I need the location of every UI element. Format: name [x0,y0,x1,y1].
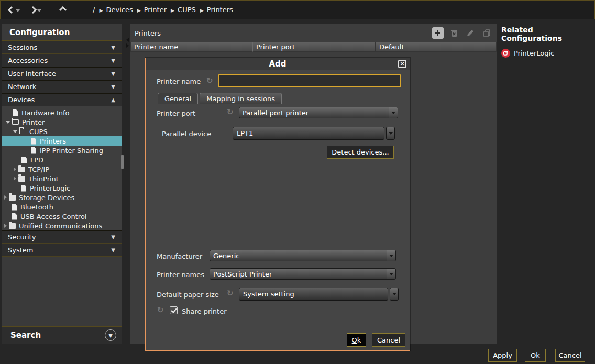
dropdown-arrow-icon [389,132,393,135]
manufacturer-label: Manufacturer [157,252,202,260]
search-section[interactable]: Search ▼ [2,326,122,344]
up-button[interactable] [58,4,68,16]
printer-names-label: Printer names [157,271,204,279]
chevron-down-icon: ▼ [111,247,115,253]
reset-icon[interactable]: ↺ [157,306,164,314]
paper-size-dropdown-button[interactable] [390,288,399,301]
external-link-icon [501,49,510,58]
apply-button[interactable]: Apply [488,349,517,362]
breadcrumb-arrow-icon: ▶ [99,8,103,13]
expander-open-icon[interactable] [13,130,17,133]
tree-item-cups[interactable]: CUPS [2,127,122,136]
dropdown-arrow-icon[interactable] [389,107,398,118]
forward-button[interactable] [28,4,45,16]
back-icon [8,6,15,13]
tree-item-tcpip[interactable]: TCP/IP [2,164,122,174]
expander-closed-icon[interactable] [4,224,7,228]
breadcrumb-item-printers[interactable]: Printers [207,6,233,14]
search-label: Search [10,330,41,340]
detect-devices-button[interactable]: Detect devices... [327,146,394,159]
tree-item-printerlogic[interactable]: PrinterLogic [2,183,122,193]
tree-item-printer[interactable]: Printer [2,117,122,127]
file-icon [21,185,26,192]
paper-size-input[interactable]: System setting [239,288,388,301]
tree-item-usb-access-control[interactable]: USB Access Control [2,212,122,221]
dialog-tabs: General Mapping in sessions [158,93,282,104]
tree-item-lpd[interactable]: LPD [2,155,122,164]
column-header-printer-port[interactable]: Printer port [252,42,376,52]
tab-mapping-in-sessions[interactable]: Mapping in sessions [200,93,282,104]
tree-item-unified-communications[interactable]: Unified Communications [2,221,122,230]
tree-item-printers-selected[interactable]: Printers [2,136,122,146]
sidebar-splitter[interactable] [126,24,129,344]
cancel-button[interactable]: Cancel [555,349,585,362]
ok-button[interactable]: Ok [525,349,546,362]
parallel-device-input[interactable]: LPT1 [233,127,384,140]
expander-closed-icon[interactable] [14,167,16,171]
dialog-title: Add [269,59,286,69]
sidebar-section-network[interactable]: Network ▼ [2,80,122,93]
collapse-right-icon[interactable] [126,43,129,48]
manufacturer-select[interactable]: Generic [210,250,396,261]
add-button[interactable] [432,27,444,39]
printer-port-select[interactable]: Parallel port printer [239,107,398,118]
breadcrumb-item-devices[interactable]: Devices [106,6,133,14]
collapse-left-icon[interactable] [126,38,129,42]
copy-button[interactable] [481,27,492,39]
printer-name-input[interactable] [218,74,401,87]
related-configurations-title: Related Configurations [501,26,595,42]
reset-icon[interactable]: ↺ [227,290,234,297]
reset-icon[interactable]: ↺ [227,108,234,116]
sidebar-section-accessories[interactable]: Accessories ▼ [2,54,122,67]
close-icon[interactable]: × [398,60,406,68]
related-item-printerlogic[interactable]: PrinterLogic [501,49,595,58]
file-icon [13,109,18,116]
parallel-device-dropdown-button[interactable] [386,127,395,140]
breadcrumb-item-printer[interactable]: Printer [144,6,167,14]
sidebar-title: Configuration [2,24,122,41]
expander-open-icon[interactable] [6,121,10,124]
edit-icon [466,29,475,37]
reset-icon[interactable]: ↺ [206,77,213,85]
dialog-ok-button[interactable]: Ok [347,333,366,347]
table-toolbar [432,27,492,39]
sidebar-section-devices[interactable]: Devices ▲ [2,93,122,106]
expander-closed-icon[interactable] [4,195,7,200]
application-window: / ▶ Devices ▶ Printer ▶ CUPS ▶ Printers … [0,0,595,364]
dialog-titlebar[interactable]: Add × [146,58,410,70]
tab-general[interactable]: General [158,93,198,104]
expander-closed-icon[interactable] [14,177,16,181]
tree-item-storage-devices[interactable]: Storage Devices [2,193,122,202]
panel-title: Printers [135,29,161,37]
sidebar-empty-area [2,257,122,326]
breadcrumb-root[interactable]: / [93,6,95,14]
chevron-up-icon: ▲ [111,97,115,103]
edit-button[interactable] [465,27,476,39]
breadcrumb-item-cups[interactable]: CUPS [178,6,196,14]
sidebar-section-system[interactable]: System ▼ [2,244,122,257]
forward-icon [29,6,37,13]
back-button[interactable] [7,4,23,16]
dropdown-arrow-icon[interactable] [387,269,395,279]
tree-item-bluetooth[interactable]: Bluetooth [2,202,122,212]
dropdown-arrow-icon[interactable] [387,250,395,261]
related-configurations-panel: Related Configurations PrinterLogic [501,24,595,58]
sidebar-section-sessions[interactable]: Sessions ▼ [2,41,122,54]
tree-item-ipp-printer-sharing[interactable]: IPP Printer Sharing [2,146,122,155]
search-expand-icon[interactable]: ▼ [105,329,116,341]
parallel-device-label: Parallel device [162,130,211,138]
delete-button[interactable] [448,27,460,39]
share-printer-checkbox[interactable] [170,306,178,314]
dialog-cancel-button[interactable]: Cancel [372,333,405,347]
folder-open-icon [12,119,19,125]
printer-names-select[interactable]: PostScript Printer [210,268,396,280]
tree-item-hardware-info[interactable]: Hardware Info [2,108,122,117]
group-indent-line [158,122,158,242]
sidebar-scrollbar[interactable] [121,155,124,169]
column-header-default[interactable]: Default [376,42,497,52]
tree-item-thinprint[interactable]: ThinPrint [2,174,122,183]
sidebar-section-user-interface[interactable]: User Interface ▼ [2,67,122,80]
column-header-printer-name[interactable]: Printer name [130,42,252,52]
sidebar-section-security[interactable]: Security ▼ [2,230,122,244]
folder-open-icon [19,129,26,134]
